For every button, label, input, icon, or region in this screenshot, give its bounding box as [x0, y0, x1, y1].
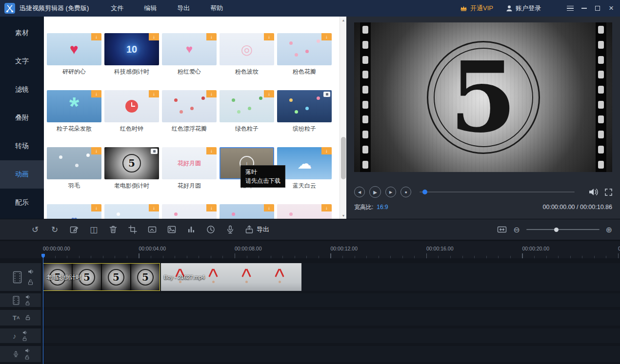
clip-old-film-countdown[interactable]: 老电影倒计时 5555 [43, 263, 160, 291]
library-item-羽毛[interactable]: ↓羽毛 [47, 147, 101, 190]
fullscreen-icon[interactable] [605, 189, 612, 196]
download-badge-icon[interactable]: ↓ [206, 33, 217, 40]
library-item-红色漂浮花瓣[interactable]: ↓红色漂浮花瓣 [162, 90, 217, 133]
duration-icon[interactable] [206, 225, 216, 234]
lock-track-icon[interactable] [25, 355, 29, 360]
download-badge-icon[interactable]: ↓ [206, 204, 217, 211]
menu-export[interactable]: 导出 [167, 0, 200, 17]
redo-icon[interactable]: ↻ [50, 225, 60, 234]
menu-edit[interactable]: 编辑 [134, 0, 167, 17]
library-thumbnail[interactable]: ♥↓ [162, 33, 217, 65]
library-item-粉色花瓣[interactable]: ↓粉色花瓣 [277, 33, 332, 76]
library-thumbnail[interactable]: ↓ [162, 90, 217, 122]
sidebar-item-配乐[interactable]: 配乐 [0, 189, 44, 217]
playhead-line[interactable] [43, 258, 43, 364]
library-item-花好月圆[interactable]: 花好月圆↓花好月圆 [162, 147, 217, 190]
undo-icon[interactable]: ↺ [30, 225, 40, 234]
seek-bar[interactable] [420, 192, 575, 192]
maximize-button[interactable] [591, 0, 604, 17]
download-badge-icon[interactable]: ↓ [206, 147, 217, 154]
download-badge-icon[interactable]: ↓ [149, 90, 159, 97]
sidebar-item-动画[interactable]: 动画 [0, 160, 44, 189]
library-item[interactable]: ↓ [220, 204, 274, 219]
mute-track-icon[interactable] [25, 348, 30, 353]
sidebar-item-转场[interactable]: 转场 [0, 132, 44, 160]
library-thumbnail[interactable]: 花好月圆↓ [162, 147, 217, 179]
zoom-handle[interactable] [554, 228, 559, 232]
library-item-粉红爱心[interactable]: ♥↓粉红爱心 [162, 33, 217, 76]
download-badge-icon[interactable]: ↓ [264, 90, 274, 97]
library-scrollbar[interactable]: ▲ ▼ [340, 17, 346, 219]
fit-timeline-icon[interactable] [497, 225, 507, 234]
next-frame-button[interactable]: ▶ [385, 187, 396, 197]
library-thumbnail[interactable]: ♥↓ [47, 33, 101, 65]
lock-track-icon[interactable] [28, 279, 33, 285]
stop-button[interactable]: ■ [400, 187, 411, 197]
zoom-in-icon[interactable]: ⊕ [606, 225, 612, 234]
library-thumbnail[interactable]: ♥↓ [47, 204, 101, 219]
library-thumbnail[interactable]: ↓ [277, 204, 332, 219]
library-item-粉色波纹[interactable]: ◎↓粉色波纹 [220, 33, 274, 76]
login-button[interactable]: 账户登录 [506, 4, 541, 13]
library-thumbnail[interactable] [277, 90, 332, 122]
export-button[interactable]: 导出 [245, 225, 269, 234]
scrollbar-thumb[interactable] [341, 137, 346, 179]
library-thumbnail[interactable]: ↓ [104, 204, 159, 219]
close-button[interactable]: × [604, 0, 618, 17]
record-voice-icon[interactable] [225, 225, 235, 234]
vip-button[interactable]: 开通VIP [460, 4, 493, 13]
download-badge-icon[interactable]: ↓ [321, 204, 332, 211]
download-badge-icon[interactable]: ↓ [321, 33, 332, 40]
volume-icon[interactable] [589, 188, 599, 196]
seek-handle[interactable] [422, 190, 427, 194]
library-thumbnail[interactable]: ◎↓ [220, 33, 274, 65]
scroll-down-icon[interactable]: ▼ [340, 212, 346, 219]
download-badge-icon[interactable]: ↓ [321, 147, 332, 154]
timeline-zoom-slider[interactable] [526, 229, 600, 230]
library-item-老电影倒计时[interactable]: 5老电影倒计时 [104, 147, 159, 190]
mute-track-icon[interactable] [25, 295, 31, 299]
hamburger-menu-icon[interactable] [563, 0, 577, 17]
library-thumbnail[interactable]: ↓ [277, 33, 332, 65]
download-badge-icon[interactable]: ↓ [91, 147, 101, 154]
library-thumbnail[interactable]: ↓ [104, 90, 159, 122]
sidebar-item-文字[interactable]: 文字 [0, 47, 44, 76]
zoom-out-icon[interactable]: ⊖ [513, 225, 520, 234]
menu-file[interactable]: 文件 [100, 0, 134, 17]
library-item[interactable]: ♥↓ [47, 204, 101, 219]
sidebar-item-素材[interactable]: 素材 [0, 19, 44, 47]
library-thumbnail[interactable]: ↓ [220, 204, 274, 219]
download-badge-icon[interactable]: ↓ [149, 33, 159, 40]
library-item-缤纷粒子[interactable]: 缤纷粒子 [277, 90, 332, 133]
library-thumbnail[interactable]: ↓ [220, 90, 274, 122]
prev-frame-button[interactable]: ◀ [354, 187, 365, 197]
canvas-size-icon[interactable] [147, 225, 157, 234]
download-badge-icon[interactable]: ↓ [91, 204, 101, 211]
crop-icon[interactable] [128, 225, 138, 234]
library-item-科技感倒计时[interactable]: 10↓科技感倒计时 [104, 33, 159, 76]
library-thumbnail[interactable]: 10↓ [104, 33, 159, 65]
library-thumbnail[interactable]: *↓ [47, 90, 101, 122]
minimize-button[interactable] [577, 0, 591, 17]
library-item[interactable]: ↓ [104, 204, 159, 219]
sidebar-item-叠附[interactable]: 叠附 [0, 104, 44, 132]
audio-levels-icon[interactable] [186, 225, 196, 234]
library-item-砰砰的心[interactable]: ♥↓砰砰的心 [47, 33, 101, 76]
lock-track-icon[interactable] [22, 336, 27, 341]
aspect-ratio-value[interactable]: 16:9 [377, 204, 388, 211]
lock-track-icon[interactable] [25, 315, 30, 320]
split-clip-icon[interactable]: ◫ [89, 225, 99, 234]
mute-track-icon[interactable] [28, 269, 34, 274]
library-item-绿色粒子[interactable]: ↓绿色粒子 [220, 90, 274, 133]
library-item-粒子花朵发散[interactable]: *↓粒子花朵发散 [47, 90, 101, 133]
delete-icon[interactable] [108, 225, 118, 234]
library-item[interactable]: ↓ [162, 204, 217, 219]
lock-track-icon[interactable] [25, 301, 30, 306]
download-badge-icon[interactable]: ↓ [149, 204, 159, 211]
library-thumbnail[interactable]: ↓ [47, 147, 101, 179]
sidebar-item-滤镜[interactable]: 滤镜 [0, 76, 44, 104]
picture-icon[interactable] [167, 225, 177, 234]
library-thumbnail[interactable]: 5 [104, 147, 159, 179]
download-badge-icon[interactable]: ↓ [91, 90, 101, 97]
edit-clip-icon[interactable] [69, 225, 79, 234]
